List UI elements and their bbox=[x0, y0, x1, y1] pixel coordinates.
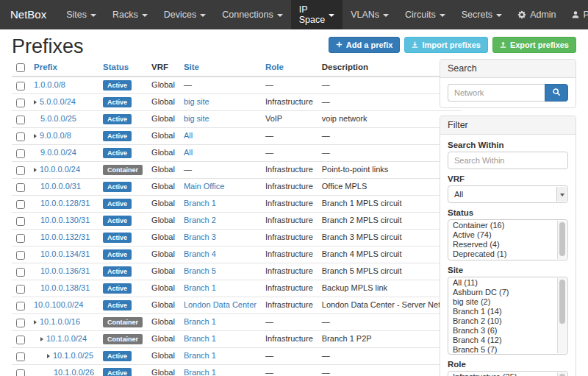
prefix-link[interactable]: 10.1.0.0/26 bbox=[54, 368, 94, 376]
import-prefixes-button[interactable]: Import prefixes bbox=[404, 37, 487, 53]
site-link[interactable]: Branch 1 bbox=[184, 368, 216, 376]
vrf-select[interactable]: All bbox=[448, 185, 568, 203]
row-checkbox[interactable] bbox=[16, 217, 25, 226]
listbox-option[interactable]: Container (16) bbox=[448, 221, 556, 230]
nav-item-vlans[interactable]: VLANs bbox=[343, 0, 397, 29]
site-link[interactable]: Branch 4 bbox=[184, 249, 216, 258]
row-checkbox[interactable] bbox=[16, 319, 25, 327]
row-checkbox[interactable] bbox=[16, 251, 25, 260]
nav-item-ip-space[interactable]: IP Space bbox=[291, 0, 343, 29]
prefix-link[interactable]: 10.0.0.0/24 bbox=[40, 165, 80, 174]
row-checkbox[interactable] bbox=[16, 369, 25, 376]
site-link[interactable]: Branch 1 bbox=[184, 334, 216, 343]
site-link[interactable]: Branch 2 bbox=[184, 216, 216, 224]
prefix-link[interactable]: 10.0.0.132/31 bbox=[40, 233, 90, 241]
listbox-option[interactable]: Branch 2 (10) bbox=[448, 316, 556, 326]
row-checkbox[interactable] bbox=[16, 166, 25, 175]
nav-item-devices[interactable]: Devices bbox=[156, 0, 214, 29]
row-checkbox[interactable] bbox=[16, 336, 25, 344]
row-checkbox[interactable] bbox=[16, 99, 25, 107]
site-link[interactable]: Main Office bbox=[184, 182, 224, 191]
admin-link[interactable]: Admin bbox=[510, 0, 563, 29]
search-within-input[interactable] bbox=[448, 152, 568, 169]
listbox-option[interactable]: Infrastructure (25) bbox=[448, 372, 556, 376]
listbox-option[interactable]: Branch 4 (12) bbox=[448, 336, 556, 345]
role-listbox[interactable]: Infrastructure (25)Management (8)Private… bbox=[448, 371, 568, 376]
listbox-option[interactable]: big site (2) bbox=[448, 297, 556, 307]
site-link[interactable]: London Data Center bbox=[184, 300, 257, 309]
scrollbar-thumb[interactable] bbox=[559, 222, 565, 256]
site-link[interactable]: Branch 1 bbox=[184, 199, 216, 207]
row-checkbox[interactable] bbox=[16, 234, 25, 243]
select-all-checkbox[interactable] bbox=[16, 63, 25, 72]
row-checkbox[interactable] bbox=[16, 183, 25, 192]
prefix-link[interactable]: 10.0.0.130/31 bbox=[40, 216, 90, 224]
export-prefixes-button[interactable]: Export prefixes bbox=[492, 37, 576, 53]
prefix-link[interactable]: 5.0.0.0/25 bbox=[40, 114, 76, 123]
nav-item-connections[interactable]: Connections bbox=[214, 0, 291, 29]
row-checkbox[interactable] bbox=[16, 82, 25, 91]
scrollbar-thumb[interactable] bbox=[559, 280, 565, 324]
listbox-option[interactable]: Deprecated (1) bbox=[448, 249, 556, 259]
column-header-prefix[interactable]: Prefix bbox=[29, 59, 98, 77]
prefix-link[interactable]: 10.0.0.128/31 bbox=[40, 199, 90, 207]
site-link[interactable]: All bbox=[184, 131, 193, 140]
column-header-status[interactable]: Status bbox=[98, 59, 147, 77]
prefix-link[interactable]: 10.0.0.134/31 bbox=[40, 249, 90, 258]
site-link[interactable]: Branch 3 bbox=[184, 233, 216, 241]
status-scrollbar[interactable] bbox=[557, 221, 567, 259]
listbox-option[interactable]: Active (74) bbox=[448, 230, 556, 240]
site-listbox[interactable]: All (11)Ashburn DC (7)big site (2)Branch… bbox=[448, 277, 568, 355]
prefix-link[interactable]: 10.1.0.0/25 bbox=[53, 351, 93, 360]
row-checkbox[interactable] bbox=[16, 116, 25, 124]
site-link[interactable]: Branch 5 bbox=[184, 266, 216, 275]
listbox-option[interactable]: Branch 5 (7) bbox=[448, 345, 556, 355]
listbox-option[interactable]: Branch 3 (6) bbox=[448, 326, 556, 336]
listbox-option[interactable]: Reserved (4) bbox=[448, 240, 556, 249]
site-link[interactable]: Branch 1 bbox=[184, 317, 216, 326]
expand-arrow-icon bbox=[47, 354, 50, 358]
site-scrollbar[interactable] bbox=[557, 278, 567, 353]
prefix-link[interactable]: 10.0.100.0/24 bbox=[34, 300, 83, 309]
site-link[interactable]: big site bbox=[184, 114, 209, 123]
row-checkbox[interactable] bbox=[16, 302, 25, 311]
prefix-link[interactable]: 5.0.0.0/24 bbox=[40, 97, 76, 106]
nav-item-sites[interactable]: Sites bbox=[58, 0, 104, 29]
row-checkbox[interactable] bbox=[16, 268, 25, 277]
column-header-site[interactable]: Site bbox=[179, 59, 261, 77]
brand-logo[interactable]: NetBox bbox=[10, 0, 46, 29]
site-link[interactable]: All bbox=[184, 148, 193, 157]
prefix-link[interactable]: 10.0.0.136/31 bbox=[40, 266, 90, 275]
prefix-table: PrefixStatusVRFSiteRoleDescription 1.0.0… bbox=[12, 59, 462, 376]
prefix-link[interactable]: 10.0.0.138/31 bbox=[40, 283, 90, 292]
profile-link[interactable]: Profile bbox=[564, 0, 588, 29]
listbox-option[interactable]: Branch 1 (14) bbox=[448, 307, 556, 316]
search-button[interactable] bbox=[545, 84, 568, 102]
nav-item-secrets[interactable]: Secrets bbox=[453, 0, 510, 29]
listbox-option[interactable]: Ashburn DC (7) bbox=[448, 288, 556, 297]
role-scrollbar[interactable] bbox=[557, 372, 567, 376]
search-input[interactable] bbox=[448, 84, 545, 102]
row-checkbox[interactable] bbox=[16, 149, 25, 158]
search-within-label: Search Within bbox=[448, 141, 568, 149]
listbox-option[interactable]: All (11) bbox=[448, 278, 556, 288]
site-link[interactable]: big site bbox=[184, 97, 209, 106]
prefix-link[interactable]: 1.0.0.0/8 bbox=[34, 80, 65, 89]
add-prefix-button[interactable]: Add a prefix bbox=[329, 37, 401, 53]
prefix-link[interactable]: 10.1.0.0/16 bbox=[40, 317, 80, 326]
row-checkbox[interactable] bbox=[16, 285, 25, 294]
status-listbox[interactable]: Container (16)Active (74)Reserved (4)Dep… bbox=[448, 219, 568, 260]
nav-item-circuits[interactable]: Circuits bbox=[397, 0, 453, 29]
row-checkbox[interactable] bbox=[16, 200, 25, 209]
prefix-link[interactable]: 10.1.0.0/24 bbox=[46, 334, 87, 343]
prefix-link[interactable]: 9.0.0.0/24 bbox=[40, 148, 76, 157]
site-link[interactable]: Branch 1 bbox=[184, 283, 216, 292]
column-header-role[interactable]: Role bbox=[261, 59, 318, 77]
site-link[interactable]: Branch 1 bbox=[184, 351, 216, 360]
prefix-link[interactable]: 10.0.0.0/31 bbox=[40, 182, 81, 191]
row-checkbox[interactable] bbox=[16, 352, 25, 361]
nav-item-racks[interactable]: Racks bbox=[104, 0, 156, 29]
row-checkbox[interactable] bbox=[16, 132, 25, 141]
status-badge: Active bbox=[103, 80, 132, 91]
prefix-link[interactable]: 9.0.0.0/8 bbox=[40, 131, 71, 140]
